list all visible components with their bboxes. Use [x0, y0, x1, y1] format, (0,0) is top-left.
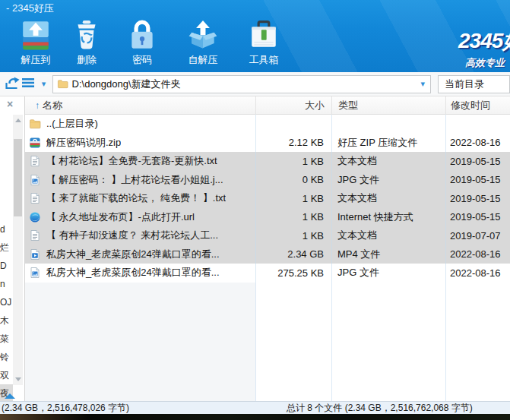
- file-type: Internet 快捷方式: [331, 210, 445, 224]
- tree-item-fragment[interactable]: 烂: [0, 238, 13, 257]
- delete-button[interactable]: 删除: [64, 19, 109, 71]
- toolbox-icon: [248, 19, 280, 51]
- zip-icon: [29, 137, 41, 149]
- folder-icon: [29, 118, 41, 130]
- tree-item-fragment[interactable]: 铃: [0, 348, 13, 366]
- file-row[interactable]: ..(上层目录): [25, 115, 510, 134]
- column-header-label: 名称: [43, 99, 62, 111]
- brand-logo-text: 2345好压: [458, 27, 510, 55]
- tree-expand-icon[interactable]: [5, 393, 15, 399]
- password-button[interactable]: 密码: [109, 19, 175, 71]
- file-modified: 2019-05-15: [445, 193, 510, 204]
- column-header-label: 大小: [305, 99, 325, 111]
- file-size: 275.25 KB: [255, 267, 331, 279]
- file-row[interactable]: 【 村花论坛】全免费-无套路-更新快.txt1 KB文本文档2019-05-15: [25, 152, 510, 171]
- scrollbar-thumb[interactable]: [14, 139, 22, 216]
- file-name: 私房大神_老虎菜原创24弹戴口罩的看...: [46, 248, 220, 261]
- view-mode-button[interactable]: ▾: [24, 75, 49, 93]
- tree-item-fragment[interactable]: 木: [0, 311, 13, 330]
- address-dropdown-icon[interactable]: ▾: [420, 79, 425, 89]
- file-row[interactable]: 解压密码说明.zip2.12 KB好压 ZIP 压缩文件2022-08-16: [25, 134, 510, 153]
- file-name-cell: 【 来了就能下载的论坛， 纯免费！ 】.txt: [25, 191, 255, 205]
- sfx-button[interactable]: 自解压: [175, 19, 231, 71]
- current-dir-selector[interactable]: 当前目录: [438, 75, 510, 93]
- status-bar: (2.34 GB，2,516,478,026 字节) 总计 8 个文件 (2.3…: [0, 401, 510, 414]
- file-size: 2.12 KB: [255, 137, 331, 148]
- toolbar-button-label: 工具箱: [249, 53, 279, 67]
- toolbar-button-label: 解压到: [21, 53, 51, 67]
- up-level-button[interactable]: [3, 75, 22, 93]
- brand-slogan: 高效专业: [465, 56, 510, 70]
- tree-item-fragment[interactable]: 菜: [0, 330, 13, 348]
- app-header: - 2345好压 解压到删除密码自解压工具箱 2345好压 高效专业: [0, 0, 510, 72]
- column-header-size[interactable]: 大小: [255, 96, 331, 115]
- txt-icon: [29, 192, 41, 204]
- column-header-modified[interactable]: 修改时间: [445, 96, 510, 115]
- file-size: 1 KB: [255, 211, 331, 223]
- file-row[interactable]: 【 永久地址发布页】-点此打开.url1 KBInternet 快捷方式2019…: [25, 208, 510, 227]
- file-row[interactable]: 私房大神_老虎菜原创24弹戴口罩的看...275.25 KBJPG 文件2022…: [25, 264, 510, 283]
- scroll-down-icon[interactable]: [15, 377, 21, 381]
- file-modified: 2019-05-15: [445, 156, 510, 167]
- file-rows: ..(上层目录)解压密码说明.zip2.12 KB好压 ZIP 压缩文件2022…: [25, 115, 510, 283]
- file-row[interactable]: 私房大神_老虎菜原创24弹戴口罩的看...2.34 GBMP4 文件2022-0…: [25, 245, 510, 264]
- file-name-cell: 【 永久地址发布页】-点此打开.url: [25, 210, 255, 224]
- column-header-label: 类型: [338, 99, 358, 111]
- file-name-cell: ..(上层目录): [25, 117, 255, 131]
- address-toolbar: ▾ D:\dongdong\新建文件夹 ▾ 当前目录: [0, 72, 510, 96]
- file-modified: 2019-05-15: [445, 211, 510, 223]
- file-modified: 2019-07-07: [445, 230, 510, 242]
- tree-items: d烂DnOJ木菜铃双夜: [0, 220, 13, 401]
- window-title: - 2345好压: [6, 0, 54, 17]
- file-name-cell: 解压密码说明.zip: [25, 136, 255, 150]
- sort-ascending-icon: ↑: [35, 100, 40, 111]
- file-size: 1 KB: [255, 193, 331, 204]
- column-header-type[interactable]: 类型: [331, 96, 445, 115]
- tree-scrollbar[interactable]: [13, 115, 23, 385]
- tree-item-fragment[interactable]: OJ: [0, 293, 13, 311]
- column-header-name[interactable]: ↑名称: [25, 96, 255, 115]
- sfx-icon: [187, 19, 219, 51]
- file-size: 2.34 GB: [255, 248, 331, 260]
- url-icon: [29, 211, 41, 223]
- file-name: 【 永久地址发布页】-点此打开.url: [46, 210, 195, 224]
- toolbar-button-label: 密码: [132, 53, 152, 67]
- file-list: ↑名称大小类型修改时间 ..(上层目录)解压密码说明.zip2.12 KB好压 …: [25, 96, 510, 401]
- file-row[interactable]: 【 有种子却没速度？ 来村花论坛人工...1 KB文本文档2019-07-07: [25, 226, 510, 245]
- sorted-column-shade: [25, 283, 255, 402]
- tree-item-fragment[interactable]: n: [0, 275, 13, 293]
- column-header-label: 修改时间: [451, 99, 490, 111]
- file-row[interactable]: 【 解压密码： 】上村花论坛看小姐姐.j...0 KBJPG 文件2019-05…: [25, 171, 510, 190]
- file-name-cell: 私房大神_老虎菜原创24弹戴口罩的看...: [25, 248, 255, 261]
- tree-item-fragment[interactable]: 双: [0, 366, 13, 384]
- haozip-window: - 2345好压 解压到删除密码自解压工具箱 2345好压 高效专业: [0, 0, 510, 420]
- scroll-up-icon[interactable]: [15, 118, 21, 122]
- toolbox-button[interactable]: 工具箱: [231, 19, 296, 71]
- desktop-background-strip: [0, 414, 510, 420]
- file-modified: 2019-05-15: [445, 174, 510, 185]
- tree-item-fragment[interactable]: d: [0, 220, 13, 238]
- address-input[interactable]: D:\dongdong\新建文件夹 ▾: [52, 75, 431, 93]
- jpg-icon: [29, 174, 41, 186]
- file-name-cell: 【 有种子却没速度？ 来村花论坛人工...: [25, 229, 255, 242]
- file-type: 文本文档: [331, 154, 445, 168]
- file-name: ..(上层目录): [46, 117, 98, 131]
- address-path: D:\dongdong\新建文件夹: [72, 77, 416, 91]
- file-size: 0 KB: [255, 174, 331, 185]
- file-name: 【 村花论坛】全免费-无套路-更新快.txt: [46, 154, 217, 168]
- close-tree-icon[interactable]: ×: [7, 98, 13, 110]
- selection-size-status: (2.34 GB，2,516,478,026 字节): [2, 403, 129, 414]
- toolbar-button-label: 自解压: [188, 53, 218, 67]
- jpg-icon: [29, 267, 41, 279]
- txt-icon: [29, 229, 41, 242]
- file-type: 好压 ZIP 压缩文件: [331, 136, 445, 150]
- extract-to-button[interactable]: 解压到: [8, 19, 64, 71]
- view-mode-caret-icon[interactable]: ▾: [42, 79, 46, 89]
- file-modified: 2022-08-16: [445, 248, 510, 260]
- delete-icon: [71, 19, 103, 51]
- password-icon: [126, 19, 158, 51]
- file-row[interactable]: 【 来了就能下载的论坛， 纯免费！ 】.txt1 KB文本文档2019-05-1…: [25, 189, 510, 208]
- file-name: 解压密码说明.zip: [46, 136, 121, 150]
- tree-item-fragment[interactable]: D: [0, 257, 13, 275]
- file-modified: 2022-08-16: [445, 267, 510, 279]
